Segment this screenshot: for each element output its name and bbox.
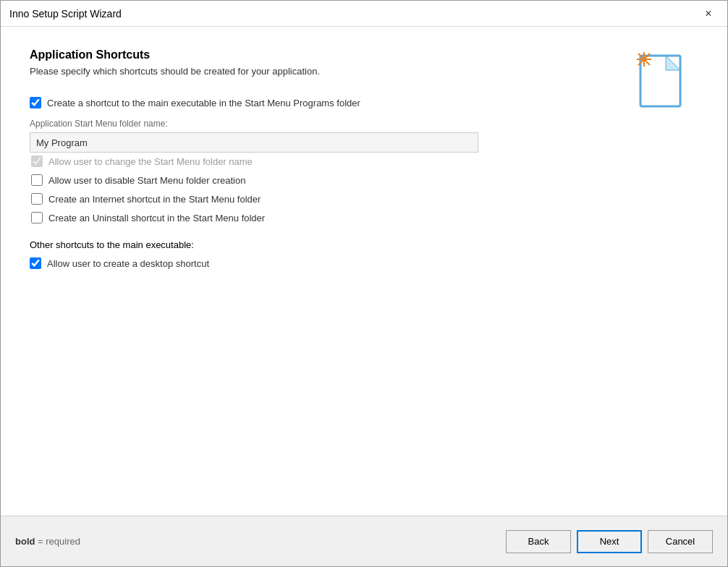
desktop-shortcut-row: Allow user to create a desktop shortcut [30, 257, 611, 269]
wizard-icon-area [626, 48, 698, 494]
wizard-window: Inno Setup Script Wizard × Application S… [0, 0, 728, 567]
footer-buttons: Back Next Cancel [506, 530, 713, 553]
internet-shortcut-label[interactable]: Create an Internet shortcut in the Start… [48, 194, 261, 205]
main-shortcut-label[interactable]: Create a shortcut to the main executable… [47, 98, 360, 108]
internet-shortcut-checkbox[interactable] [31, 193, 43, 205]
allow-change-checkbox[interactable] [31, 155, 43, 167]
allow-change-row: Allow user to change the Start Menu fold… [31, 155, 611, 167]
uninstall-shortcut-checkbox[interactable] [31, 212, 43, 223]
uninstall-shortcut-label[interactable]: Create an Uninstall shortcut in the Star… [48, 213, 265, 223]
folder-name-label: Application Start Menu folder name: [30, 119, 611, 129]
back-button[interactable]: Back [506, 530, 571, 553]
footer-legend: bold = required [15, 536, 80, 547]
uninstall-shortcut-row: Create an Uninstall shortcut in the Star… [31, 212, 611, 223]
close-button[interactable]: × [698, 4, 719, 24]
desktop-shortcut-label[interactable]: Allow user to create a desktop shortcut [47, 258, 209, 269]
required-text: = required [38, 536, 80, 547]
section-title: Application Shortcuts [30, 48, 611, 61]
section-subtitle: Please specify which shortcuts should be… [30, 66, 611, 77]
other-shortcuts-label: Other shortcuts to the main executable: [30, 239, 611, 250]
main-content: Application Shortcuts Please specify whi… [30, 48, 611, 494]
allow-disable-row: Allow user to disable Start Menu folder … [31, 174, 611, 186]
title-bar: Inno Setup Script Wizard × [1, 1, 727, 27]
bold-text: bold [15, 536, 35, 547]
desktop-shortcut-checkbox[interactable] [30, 257, 41, 269]
content-area: Application Shortcuts Please specify whi… [1, 27, 727, 516]
main-shortcut-checkbox[interactable] [30, 97, 41, 108]
wizard-document-icon [630, 48, 695, 114]
window-title: Inno Setup Script Wizard [9, 8, 122, 20]
main-shortcut-row: Create a shortcut to the main executable… [30, 97, 611, 108]
folder-name-input[interactable] [30, 132, 478, 153]
internet-shortcut-row: Create an Internet shortcut in the Start… [31, 193, 611, 205]
allow-disable-checkbox[interactable] [31, 174, 43, 186]
allow-change-label: Allow user to change the Start Menu fold… [48, 156, 253, 167]
cancel-button[interactable]: Cancel [648, 530, 713, 553]
footer: bold = required Back Next Cancel [1, 516, 727, 566]
sub-checkboxes: Allow user to change the Start Menu fold… [31, 155, 611, 223]
svg-point-10 [642, 57, 646, 61]
allow-disable-label[interactable]: Allow user to disable Start Menu folder … [48, 175, 245, 186]
next-button[interactable]: Next [577, 530, 642, 553]
svg-rect-0 [640, 56, 680, 106]
